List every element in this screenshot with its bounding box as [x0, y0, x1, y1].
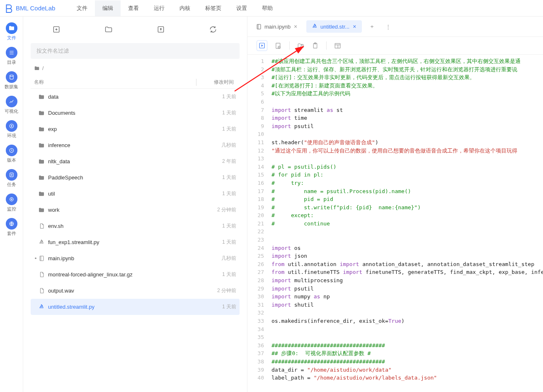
file-row[interactable]: exp1 天前 — [31, 121, 240, 137]
db-icon — [6, 71, 17, 83]
code-area[interactable]: 1234567891011121314151617181920212223242… — [247, 55, 543, 392]
file-row[interactable]: util1 天前 — [31, 186, 240, 202]
rail-list[interactable]: 目录 — [0, 46, 23, 66]
file-row[interactable]: montreal-forced-aligner_linux.tar.gz1 天前 — [31, 266, 240, 283]
rail-task[interactable]: 任务 — [0, 168, 23, 189]
code-line[interactable]: import psutil — [272, 285, 543, 293]
code-line[interactable]: import json — [272, 252, 543, 260]
col-name[interactable]: 名称 — [34, 79, 194, 86]
open-folder-button[interactable] — [104, 25, 114, 34]
menu-item-0[interactable]: 文件 — [69, 0, 95, 16]
menu-item-7[interactable]: 帮助 — [255, 0, 280, 16]
code-line[interactable]: # continue — [272, 220, 543, 228]
code-line[interactable]: ## 步骤0: 可视化界面默认配置参数 # — [272, 349, 543, 358]
menu-item-5[interactable]: 标签页 — [198, 0, 229, 16]
rail-db[interactable]: 数据集 — [0, 70, 23, 91]
run-button[interactable] — [257, 40, 267, 51]
code-line[interactable] — [272, 325, 543, 334]
file-time: 2 年前 — [199, 158, 236, 165]
rail-target[interactable]: 监控 — [0, 193, 23, 213]
file-row[interactable]: output.wav2 分钟前 — [31, 283, 240, 299]
code-line[interactable]: data_dir = "/home/aistudio/work/data" — [272, 366, 543, 374]
paste-button[interactable] — [312, 42, 319, 49]
tab-more-button[interactable]: ⋮ — [382, 21, 394, 32]
menu-item-6[interactable]: 设置 — [229, 0, 255, 16]
file-row[interactable]: work2 分钟前 — [31, 202, 240, 218]
svg-rect-10 — [40, 256, 44, 261]
code-line[interactable]: #以下为应用创建工具的示例代码 — [272, 90, 543, 98]
code-line[interactable]: import multiprocessing — [272, 276, 543, 285]
code-line[interactable]: import shutil — [272, 301, 543, 309]
editor-tab[interactable]: untitled.str...× — [306, 20, 362, 33]
rail-globe[interactable]: 套件 — [0, 217, 23, 237]
code-line[interactable]: import time — [272, 114, 543, 122]
code-line[interactable]: st.header("使用自己的声音做语音合成") — [272, 138, 543, 147]
code-line[interactable] — [272, 227, 543, 236]
code-line[interactable]: # for pid in pl: — [272, 171, 543, 179]
editor-tab[interactable]: main.ipynb× — [251, 20, 303, 33]
code-line[interactable] — [272, 309, 543, 317]
rail-clock[interactable]: 版本 — [0, 144, 23, 164]
code-line[interactable]: import streamlit as st — [272, 106, 543, 114]
code-line[interactable]: #[运行]：交互效果并非实时更新，代码变更后，需点击运行按钮获得最新交互效果。 — [272, 73, 543, 82]
breadcrumb[interactable]: / — [31, 65, 240, 72]
brand-logo[interactable]: BML CodeLab — [4, 4, 55, 13]
close-icon[interactable]: × — [293, 23, 298, 30]
code-line[interactable]: # st.write(f"pid: {pid} name:{name}") — [272, 203, 543, 212]
code-line[interactable]: ################################### — [272, 341, 543, 350]
file-row[interactable]: data1 天前 — [31, 89, 240, 105]
folder-icon — [37, 174, 46, 181]
code-line[interactable] — [272, 130, 543, 138]
code-line[interactable] — [272, 155, 543, 163]
code-line[interactable] — [272, 333, 543, 341]
code-line[interactable] — [272, 98, 543, 106]
menu-item-3[interactable]: 运行 — [146, 0, 172, 16]
code-line[interactable]: import numpy as np — [272, 293, 543, 301]
close-icon[interactable]: × — [352, 23, 357, 30]
svg-point-2 — [11, 126, 12, 126]
menu-item-1[interactable]: 编辑 — [95, 0, 121, 16]
rail-chart[interactable]: 可视化 — [0, 95, 23, 115]
menu-item-2[interactable]: 查看 — [121, 0, 146, 16]
file-row[interactable]: inference几秒前 — [31, 137, 240, 153]
menu-item-4[interactable]: 内核 — [172, 0, 198, 16]
code-line[interactable]: label_path = "/home/aistudio/work/labels… — [272, 374, 543, 382]
code-line[interactable]: from util.finetuneTTS import finetuneTTS… — [272, 268, 543, 276]
file-row[interactable]: nltk_data2 年前 — [31, 153, 240, 169]
code-line[interactable]: import os — [272, 244, 543, 252]
preview-toggle[interactable] — [334, 42, 341, 49]
file-row[interactable]: env.sh1 天前 — [31, 218, 240, 234]
code-line[interactable]: # name = psutil.Process(pid).name() — [272, 187, 543, 196]
new-file-button[interactable] — [52, 25, 61, 34]
code-line[interactable]: ################################### — [272, 358, 543, 366]
code-line[interactable]: # except: — [272, 211, 543, 220]
file-name: PaddleSpeech — [48, 174, 199, 181]
filter-input[interactable]: 按文件名过滤 — [31, 43, 240, 59]
file-row[interactable]: PaddleSpeech1 天前 — [31, 169, 240, 186]
open-browser-button[interactable] — [297, 42, 304, 49]
upload-button[interactable] — [157, 25, 166, 34]
code-line[interactable]: # pid = pid — [272, 195, 543, 203]
code-content[interactable]: ##该应用创建工具共包含三个区域，顶部工具栏，左侧代码区，右侧交互效果区，其中右… — [268, 55, 543, 392]
refresh-button[interactable] — [209, 25, 218, 34]
save-button[interactable] — [275, 42, 282, 49]
col-time[interactable]: 修改时间 — [199, 79, 236, 86]
file-row[interactable]: untitled.streamlit.py1 天前 — [31, 299, 240, 315]
code-line[interactable]: "通过这个应用，你可以上传自己的数据，使用自己想要的音色做语音合成工作，希望你在… — [272, 147, 543, 155]
code-line[interactable]: ##该应用创建工具共包含三个区域，顶部工具栏，左侧代码区，右侧交互效果区，其中右… — [272, 57, 543, 65]
file-row[interactable]: •main.ipynb几秒前 — [31, 250, 240, 266]
code-line[interactable]: #[在浏览器打开]：新建页面查看交互效果。 — [272, 82, 543, 90]
code-line[interactable]: # try: — [272, 179, 543, 187]
file-row[interactable]: Documents1 天前 — [31, 105, 240, 121]
code-line[interactable]: # pl = psutil.pids() — [272, 163, 543, 171]
code-line[interactable]: import psutil — [272, 122, 543, 131]
code-line[interactable]: #顶部工具栏：运行、保存、新开浏览器打开、实时预览开关，针对运行和在浏览器打开选… — [272, 65, 543, 74]
rail-folder[interactable]: 文件 — [0, 22, 23, 42]
code-line[interactable]: from util.annotation import annotation_d… — [272, 260, 543, 269]
file-row[interactable]: fun_exp1.streamlit.py1 天前 — [31, 234, 240, 250]
rail-disc[interactable]: 环境 — [0, 119, 23, 140]
file-time: 1 天前 — [199, 109, 236, 116]
code-line[interactable] — [272, 236, 543, 244]
new-tab-button[interactable]: ＋ — [365, 20, 379, 33]
code-line[interactable]: os.makedirs(inference_dir, exist_ok=True… — [272, 317, 543, 325]
